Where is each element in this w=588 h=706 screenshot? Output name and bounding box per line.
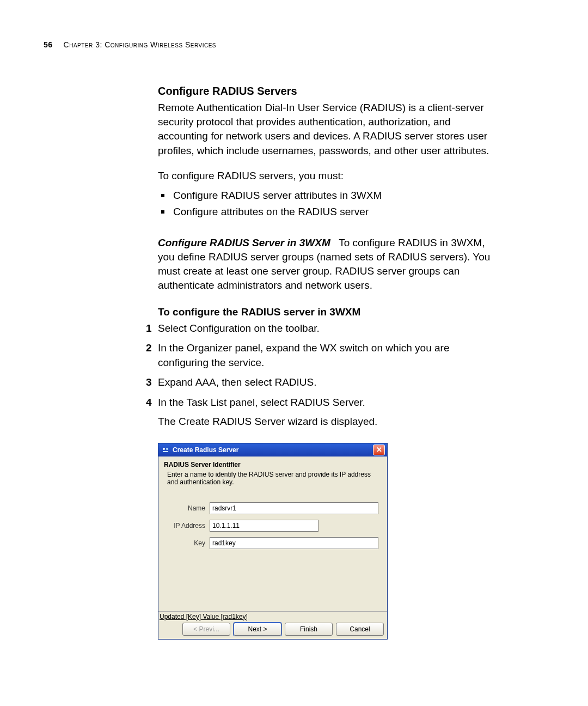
runin-title: Configure RADIUS Server in 3WXM (158, 237, 330, 248)
bullet-item: Configure attributes on the RADIUS serve… (158, 204, 495, 220)
page: 56 Chapter 3: Configuring Wireless Servi… (0, 0, 588, 706)
content-column: Configure RADIUS Servers Remote Authenti… (158, 85, 495, 640)
step-item: 1Select Configuration on the toolbar. (158, 321, 495, 336)
create-radius-server-dialog: Create Radius Server ✕ RADIUS Server Ide… (158, 443, 388, 640)
name-label: Name (165, 504, 210, 512)
intro-paragraph: Remote Authentication Dial-In User Servi… (158, 101, 495, 158)
dialog-title: Create Radius Server (173, 446, 238, 454)
app-icon (162, 446, 169, 454)
bullet-list: Configure RADIUS server attributes in 3W… (158, 187, 495, 221)
svg-rect-2 (163, 451, 168, 452)
after-steps: The Create RADIUS Server wizard is displ… (158, 416, 495, 428)
step-text: Expand AAA, then select RADIUS. (158, 376, 317, 388)
sub-heading: To configure the RADIUS server in 3WXM (158, 306, 495, 318)
dialog-form: Name IP Address Key (158, 489, 387, 611)
page-header: 56 Chapter 3: Configuring Wireless Servi… (44, 40, 540, 49)
cancel-button[interactable]: Cancel (336, 623, 384, 636)
section-heading: Configure RADIUS Servers (158, 85, 495, 98)
dialog-description: Enter a name to identify the RADIUS serv… (164, 471, 382, 486)
svg-point-1 (166, 448, 168, 450)
status-bar: Updated [Key] Value [rad1key] (158, 611, 387, 620)
key-input[interactable] (210, 537, 378, 549)
finish-button[interactable]: Finish (285, 623, 333, 636)
steps-list: 1Select Configuration on the toolbar. 2I… (158, 321, 495, 410)
close-icon: ✕ (376, 446, 382, 453)
dialog-subtitle: RADIUS Server Identifier (164, 461, 382, 468)
page-number: 56 (44, 40, 53, 49)
next-button[interactable]: Next > (234, 623, 281, 636)
step-item: 3Expand AAA, then select RADIUS. (158, 375, 495, 390)
svg-point-0 (163, 448, 165, 450)
prev-button[interactable]: < Previ... (182, 623, 230, 636)
step-text: Select Configuration on the toolbar. (158, 322, 320, 334)
ip-address-input[interactable] (210, 520, 318, 532)
titlebar: Create Radius Server ✕ (158, 443, 387, 457)
step-text: In the Task List panel, select RADIUS Se… (158, 397, 365, 408)
name-input[interactable] (210, 502, 378, 514)
step-item: 4In the Task List panel, select RADIUS S… (158, 395, 495, 410)
step-item: 2In the Organizer panel, expand the WX s… (158, 341, 495, 370)
dialog-button-row: < Previ... Next > Finish Cancel (158, 620, 387, 639)
close-button[interactable]: ✕ (373, 445, 385, 455)
chapter-title: Chapter 3: Configuring Wireless Services (64, 40, 216, 49)
runin-paragraph: Configure RADIUS Server in 3WXM To confi… (158, 236, 495, 293)
bullet-item: Configure RADIUS server attributes in 3W… (158, 187, 495, 204)
step-text: In the Organizer panel, expand the WX sw… (158, 342, 449, 368)
key-label: Key (165, 539, 210, 547)
ip-label: IP Address (165, 522, 210, 530)
lead-in: To configure RADIUS servers, you must: (158, 170, 495, 182)
dialog-header-panel: RADIUS Server Identifier Enter a name to… (158, 457, 387, 489)
